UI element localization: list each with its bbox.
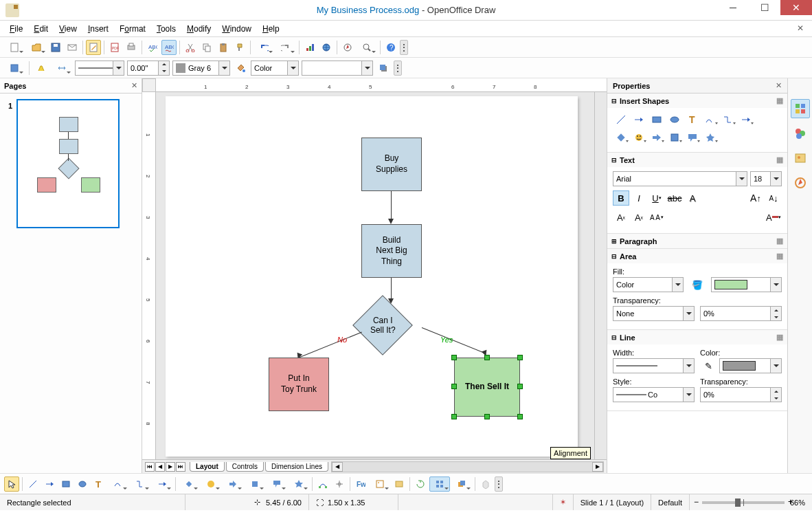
spellcheck-button[interactable]: ABC	[145, 40, 160, 55]
horizontal-ruler[interactable]: 1 2 3 4 5 6 7 8	[156, 78, 607, 92]
arrange-tool[interactable]	[451, 476, 472, 492]
connector-tool[interactable]	[130, 476, 150, 492]
shape-curve[interactable]	[702, 112, 719, 127]
arrow-2[interactable]	[391, 278, 392, 300]
cut-button[interactable]	[183, 40, 198, 55]
text-tool[interactable]: T	[91, 476, 106, 492]
gallery-tool[interactable]	[392, 476, 407, 492]
pages-close-icon[interactable]: ✕	[131, 81, 137, 90]
line-style-combo2[interactable]: Co	[613, 387, 695, 402]
print-button[interactable]	[124, 40, 139, 55]
shape-connector[interactable]	[720, 112, 736, 127]
font-color-button[interactable]: A▾	[765, 210, 782, 225]
fill-color-combo[interactable]	[302, 61, 373, 76]
tab-prev[interactable]: ◀	[155, 462, 165, 472]
autospell-button[interactable]: ABC	[161, 40, 177, 55]
decrease-font-button[interactable]: A↓	[765, 190, 782, 206]
fill-bucket-icon[interactable]: 🪣	[689, 277, 706, 292]
line-color-combo[interactable]: Gray 6	[172, 61, 230, 76]
horizontal-scrollbar[interactable]: ◀ ▶ Alignment	[331, 461, 604, 472]
curve-tool[interactable]	[108, 476, 128, 492]
properties-close-icon[interactable]: ✕	[776, 81, 782, 90]
close-doc-button[interactable]: ✕	[797, 23, 804, 33]
shape-basic[interactable]	[613, 130, 629, 145]
superscript-button[interactable]: Ax	[613, 210, 629, 225]
rect-tool[interactable]	[58, 476, 74, 492]
shape-star[interactable]	[702, 130, 719, 145]
drawing-page[interactable]: Buy Supplies Build Next Big Thing Can I …	[166, 96, 578, 457]
shape-text[interactable]: T	[684, 112, 701, 127]
arrow-1[interactable]	[391, 191, 392, 220]
drawing-toolbar-overflow[interactable]: ⋮	[495, 476, 503, 492]
ellipse-tool[interactable]	[75, 476, 90, 492]
hyperlink-button[interactable]	[319, 40, 334, 55]
shape-ellipse[interactable]	[666, 112, 683, 127]
bold-button[interactable]: B	[613, 190, 629, 206]
new-button[interactable]	[4, 40, 25, 55]
close-button[interactable]: ✕	[780, 0, 812, 15]
arrow-ends-button[interactable]	[52, 61, 72, 76]
pdf-button[interactable]: PDF	[107, 40, 122, 55]
menu-insert[interactable]: Insert	[84, 23, 113, 35]
sidetab-styles[interactable]	[791, 124, 810, 143]
line-width-combo[interactable]	[613, 358, 695, 373]
star-tool[interactable]	[289, 476, 309, 492]
zoom-slider[interactable]: − +	[702, 501, 785, 504]
arrow-tool[interactable]	[42, 476, 57, 492]
zoom-control[interactable]: − + 66%	[690, 494, 812, 510]
rotate-tool[interactable]	[413, 476, 428, 492]
sidetab-properties[interactable]	[791, 99, 810, 118]
char-spacing-button[interactable]: A A▾	[649, 210, 665, 225]
line-transparency-spinner[interactable]: 0%	[700, 387, 782, 402]
font-size-combo[interactable]: 18	[750, 171, 782, 186]
transparency-spinner[interactable]: 0%	[700, 306, 782, 321]
fill-color-combo2[interactable]	[711, 277, 782, 292]
navigator-button[interactable]	[340, 40, 355, 55]
menu-format[interactable]: Format	[115, 23, 150, 35]
tab-controls[interactable]: Controls	[226, 462, 264, 472]
flowchart-box-toy-trunk[interactable]: Put In Toy Trunk	[269, 358, 329, 411]
bucket-button[interactable]	[233, 61, 248, 76]
menu-tools[interactable]: Tools	[153, 23, 180, 35]
shape-rect[interactable]	[649, 112, 665, 127]
shape-block-arrow[interactable]	[649, 130, 665, 145]
menu-modify[interactable]: Modify	[183, 23, 215, 35]
edit-file-button[interactable]	[86, 40, 101, 55]
shape-arrow[interactable]	[631, 112, 647, 127]
underline-button[interactable]: U▾	[649, 190, 665, 206]
points-tool[interactable]	[315, 476, 330, 492]
undo-button[interactable]	[253, 40, 274, 55]
block-arrows-tool[interactable]	[223, 476, 243, 492]
line-style-combo[interactable]	[75, 61, 124, 76]
shape-symbol[interactable]	[631, 130, 647, 145]
line-color-combo2[interactable]	[719, 358, 782, 373]
transparency-type-combo[interactable]: None	[613, 306, 695, 321]
arrow-style-button[interactable]	[4, 61, 25, 76]
copy-button[interactable]	[199, 40, 214, 55]
flowchart-box-then-sell[interactable]: Then Sell It	[454, 358, 520, 417]
flowchart-box-buy-supplies[interactable]: Buy Supplies	[361, 138, 422, 191]
symbol-shapes-tool[interactable]	[201, 476, 221, 492]
sidetab-gallery[interactable]	[791, 149, 810, 168]
fill-type-combo[interactable]: Color	[251, 61, 299, 76]
extrusion-tool[interactable]	[478, 476, 493, 492]
italic-button[interactable]: I	[631, 190, 647, 206]
open-button[interactable]	[26, 40, 47, 55]
menu-file[interactable]: File	[5, 23, 27, 35]
alignment-tool[interactable]	[429, 476, 450, 492]
maximize-button[interactable]: ☐	[749, 0, 780, 15]
line-color-pen-icon[interactable]: ✎	[700, 358, 717, 373]
help-button[interactable]: ?	[383, 40, 398, 55]
chart-button[interactable]	[302, 40, 317, 55]
tab-first[interactable]: ⏮	[145, 462, 155, 472]
flowchart-tool[interactable]	[245, 476, 265, 492]
line-width-spinner[interactable]: 0.00"	[127, 61, 170, 76]
sidetab-navigator[interactable]	[791, 173, 810, 193]
shape-line[interactable]	[613, 112, 629, 127]
menu-edit[interactable]: Edit	[30, 23, 52, 35]
from-file-tool[interactable]	[370, 476, 390, 492]
basic-shapes-tool[interactable]	[179, 476, 199, 492]
vertical-scrollbar[interactable]	[594, 92, 607, 459]
strikethrough-button[interactable]: abc	[666, 190, 683, 206]
flowchart-box-build[interactable]: Build Next Big Thing	[361, 224, 422, 278]
